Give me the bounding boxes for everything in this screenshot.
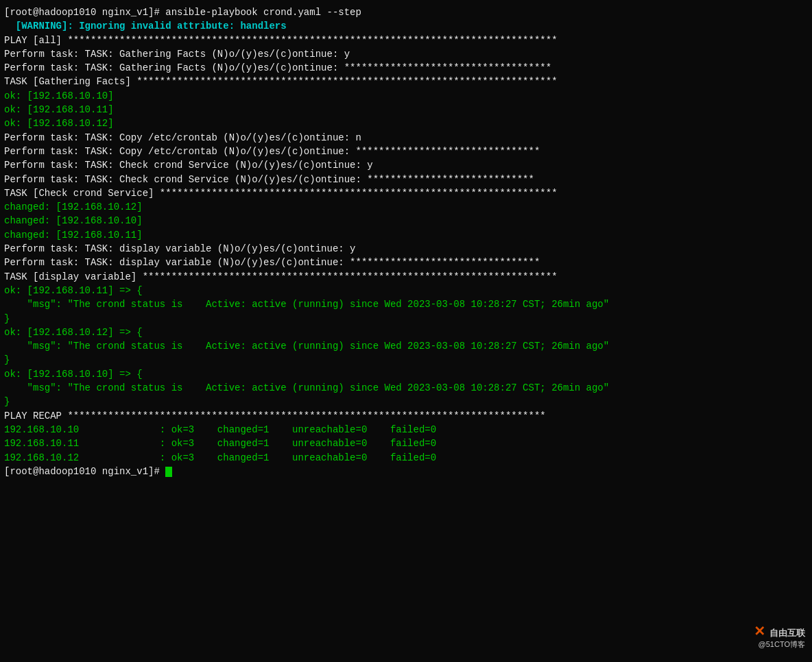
terminal-line: Perform task: TASK: display variable (N)…	[4, 242, 808, 256]
watermark-logo: ✕ 自由互联	[754, 623, 805, 639]
terminal-line: ok: [192.168.10.11] => {	[4, 284, 808, 297]
terminal-line: [WARNING]: Ignoring invalid attribute: h…	[4, 19, 808, 33]
terminal-line: }	[4, 395, 808, 408]
terminal-line: ok: [192.168.10.10]	[4, 89, 808, 103]
terminal-line: changed: [192.168.10.10]	[4, 214, 808, 228]
terminal-line: Perform task: TASK: Check crond Service …	[4, 158, 808, 172]
terminal-line: Perform task: TASK: Gathering Facts (N)o…	[4, 47, 808, 61]
watermark-site1: 自由互联	[769, 628, 805, 638]
terminal-line: ok: [192.168.10.12] => {	[4, 326, 808, 339]
terminal-line: ok: [192.168.10.12]	[4, 117, 808, 130]
terminal-line: }	[4, 312, 808, 326]
terminal-line: PLAY RECAP *****************************…	[4, 409, 808, 423]
terminal-line: ok: [192.168.10.11]	[4, 103, 808, 117]
terminal-line: ok: [192.168.10.10] => {	[4, 367, 808, 381]
terminal-cursor	[165, 467, 172, 477]
terminal-line: changed: [192.168.10.11]	[4, 228, 808, 242]
terminal-line: Perform task: TASK: display variable (N)…	[4, 256, 808, 269]
terminal-line: }	[4, 353, 808, 367]
terminal-line: TASK [Check crond Service] *************…	[4, 186, 808, 200]
watermark: ✕ 自由互联 @51CTO博客	[754, 623, 805, 650]
terminal-line: Perform task: TASK: Gathering Facts (N)o…	[4, 61, 808, 75]
terminal-line: Perform task: TASK: Copy /etc/crontab (N…	[4, 145, 808, 158]
terminal-line: 192.168.10.11 : ok=3 changed=1 unreachab…	[4, 437, 808, 450]
terminal-line: TASK [Gathering Facts] *****************…	[4, 75, 808, 88]
terminal-line: "msg": "The crond status is Active: acti…	[4, 381, 808, 395]
terminal-output: [root@hadoop1010 nginx_v1]# ansible-play…	[4, 5, 808, 478]
watermark-site2: @51CTO博客	[754, 639, 805, 650]
terminal-line: changed: [192.168.10.12]	[4, 200, 808, 214]
terminal-line: Perform task: TASK: Copy /etc/crontab (N…	[4, 131, 808, 145]
terminal-line: "msg": "The crond status is Active: acti…	[4, 339, 808, 353]
terminal-window: [root@hadoop1010 nginx_v1]# ansible-play…	[0, 0, 812, 662]
terminal-line: PLAY [all] *****************************…	[4, 34, 808, 47]
terminal-line: [root@hadoop1010 nginx_v1]# ansible-play…	[4, 5, 808, 19]
terminal-line: Perform task: TASK: Check crond Service …	[4, 173, 808, 186]
terminal-line: "msg": "The crond status is Active: acti…	[4, 297, 808, 311]
terminal-line: 192.168.10.12 : ok=3 changed=1 unreachab…	[4, 451, 808, 465]
terminal-line: 192.168.10.10 : ok=3 changed=1 unreachab…	[4, 423, 808, 437]
terminal-line: [root@hadoop1010 nginx_v1]#	[4, 465, 808, 478]
terminal-line: TASK [display variable] ****************…	[4, 270, 808, 284]
